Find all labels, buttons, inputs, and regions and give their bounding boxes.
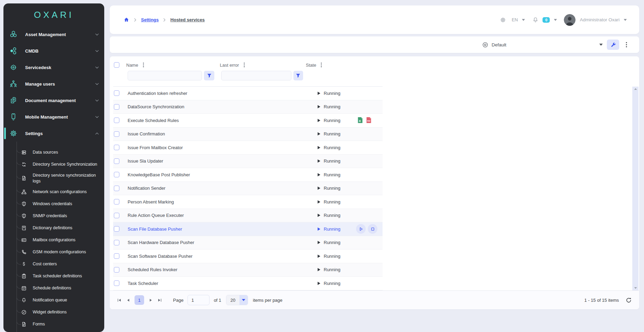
service-name[interactable]: Scan Software Database Pusher bbox=[124, 250, 217, 263]
last-error-filter-input[interactable] bbox=[221, 71, 291, 80]
table-row[interactable]: Notification Sender Running bbox=[113, 182, 383, 196]
sidebar-subitem-cost-centers[interactable]: Cost centers bbox=[3, 258, 104, 270]
service-name[interactable]: Rule Action Queue Executer bbox=[124, 209, 217, 222]
sidebar-subitem-dictionary-definitions[interactable]: Dictionary definitions bbox=[3, 222, 104, 234]
row-checkbox[interactable] bbox=[114, 118, 119, 123]
breadcrumb-current-link[interactable]: Hosted services bbox=[170, 17, 205, 22]
pdf-export-icon[interactable]: PDF bbox=[366, 117, 372, 123]
sidebar-subitem-widget-definitions[interactable]: Widget definitions bbox=[3, 306, 104, 318]
service-name[interactable]: Execute Scheduled Rules bbox=[124, 114, 217, 127]
stop-service-button[interactable] bbox=[368, 224, 377, 234]
language-label[interactable]: EN bbox=[512, 17, 518, 22]
row-checkbox[interactable] bbox=[114, 226, 119, 232]
service-name[interactable]: DataSource Synchronization bbox=[124, 100, 217, 114]
sidebar-item-document-management[interactable]: Document management bbox=[3, 92, 104, 109]
row-checkbox[interactable] bbox=[114, 186, 119, 191]
configure-columns-button[interactable] bbox=[607, 40, 619, 50]
sidebar-subitem-gsm-modem-configurations[interactable]: GSM modem configurations bbox=[3, 246, 104, 258]
sidebar-subitem-notification-queue[interactable]: Notification queue bbox=[3, 294, 104, 306]
previous-page-button[interactable] bbox=[124, 296, 132, 305]
sidebar-subitem-item[interactable] bbox=[3, 330, 104, 332]
last-page-button[interactable] bbox=[155, 296, 164, 305]
notification-caret-icon[interactable] bbox=[554, 19, 557, 21]
scroll-up-icon[interactable] bbox=[634, 88, 637, 90]
scroll-down-icon[interactable] bbox=[634, 287, 637, 289]
sidebar-item-asset-management[interactable]: Asset Management bbox=[3, 26, 104, 43]
service-name[interactable]: Issue From Mailbox Creator bbox=[124, 141, 217, 154]
excel-export-icon[interactable]: X bbox=[357, 117, 363, 123]
refresh-icon[interactable] bbox=[626, 297, 632, 303]
sidebar-subitem-mailbox-configurations[interactable]: Mailbox configurations bbox=[3, 234, 104, 246]
table-row[interactable]: Scan Hardware Database Pusher Running bbox=[113, 236, 383, 250]
sidebar-subitem-network-scan-configurations[interactable]: Network scan configurations bbox=[3, 186, 104, 198]
table-row[interactable]: KnowledgeBase Post Publisher Running bbox=[113, 168, 383, 182]
start-service-button[interactable] bbox=[356, 224, 366, 234]
table-row[interactable]: Issue Sla Updater Running bbox=[113, 155, 383, 168]
last-error-filter-button[interactable] bbox=[293, 71, 303, 80]
user-name[interactable]: Administrator Oxari bbox=[580, 17, 620, 22]
row-checkbox[interactable] bbox=[114, 145, 119, 150]
service-name[interactable]: Task Scheduler bbox=[124, 277, 217, 290]
column-header-state[interactable]: State bbox=[303, 63, 316, 68]
home-icon[interactable] bbox=[124, 17, 129, 23]
table-row[interactable]: DataSource Synchronization Running bbox=[113, 100, 383, 114]
service-name[interactable]: Scheduled Rules Invoker bbox=[124, 263, 217, 277]
table-row[interactable]: Scan Software Database Pusher Running bbox=[113, 250, 383, 263]
row-checkbox[interactable] bbox=[114, 280, 119, 286]
table-row[interactable]: Issue From Mailbox Creator Running bbox=[113, 141, 383, 155]
user-menu-caret-icon[interactable] bbox=[624, 19, 627, 21]
row-checkbox[interactable] bbox=[114, 158, 119, 164]
table-row[interactable]: Person Absent Marking Running bbox=[113, 195, 383, 209]
row-checkbox[interactable] bbox=[114, 131, 119, 137]
table-row[interactable]: Rule Action Queue Executer Running bbox=[113, 209, 383, 223]
sidebar-subitem-windows-credentials[interactable]: Windows credentials bbox=[3, 198, 104, 210]
name-column-menu-icon[interactable] bbox=[143, 63, 144, 67]
table-row[interactable]: Execute Scheduled Rules Running bbox=[113, 114, 383, 128]
service-name[interactable]: Scan Hardware Database Pusher bbox=[124, 236, 217, 250]
service-name[interactable]: Authentication token refresher bbox=[124, 87, 217, 100]
table-row[interactable]: Task Scheduler Running bbox=[113, 277, 383, 290]
state-column-menu-icon[interactable] bbox=[321, 63, 322, 67]
language-caret-icon[interactable] bbox=[522, 19, 525, 21]
last-error-column-menu-icon[interactable] bbox=[244, 63, 245, 67]
name-filter-input[interactable] bbox=[128, 71, 202, 80]
page-number-input[interactable] bbox=[187, 295, 210, 305]
sidebar-item-servicedesk[interactable]: Servicedesk bbox=[3, 59, 104, 76]
first-page-button[interactable] bbox=[115, 296, 124, 305]
row-checkbox[interactable] bbox=[114, 240, 119, 245]
sidebar-item-manage-users[interactable]: Manage users bbox=[3, 76, 104, 92]
column-header-last-error[interactable]: Last error bbox=[217, 63, 239, 68]
bell-icon[interactable] bbox=[533, 17, 538, 23]
sidebar-subitem-forms[interactable]: Forms bbox=[3, 318, 104, 330]
column-header-name[interactable]: Name bbox=[124, 63, 138, 68]
table-row[interactable]: Issue Confirmation Running bbox=[113, 128, 383, 141]
row-checkbox[interactable] bbox=[114, 172, 119, 177]
row-checkbox[interactable] bbox=[114, 104, 119, 110]
service-name[interactable]: Issue Sla Updater bbox=[124, 155, 217, 168]
row-checkbox[interactable] bbox=[114, 253, 119, 259]
sidebar-item-mobile-management[interactable]: Mobile Management bbox=[3, 109, 104, 125]
gear-icon[interactable] bbox=[500, 17, 506, 23]
sidebar-subitem-schedule-definitions[interactable]: Schedule definitions bbox=[3, 282, 104, 294]
toolbar-menu-button[interactable] bbox=[622, 40, 631, 49]
sidebar-subitem-directory-service-synchronization-logs[interactable]: Directory service synchronization logs bbox=[3, 170, 104, 186]
name-filter-button[interactable] bbox=[204, 71, 214, 80]
page-size-select[interactable]: 20 bbox=[226, 295, 248, 305]
sidebar-subitem-directory-service-synchronization[interactable]: Directory Service Synchronization bbox=[3, 158, 104, 170]
table-row[interactable]: Scheduled Rules Invoker Running bbox=[113, 263, 383, 277]
view-dropdown[interactable]: Default bbox=[482, 39, 603, 50]
service-name[interactable]: Person Absent Marking bbox=[124, 195, 217, 209]
sidebar-subitem-snmp-credentials[interactable]: SNMP credentials bbox=[3, 210, 104, 222]
avatar[interactable] bbox=[564, 14, 576, 26]
notification-badge[interactable]: 0 bbox=[543, 17, 550, 23]
row-checkbox[interactable] bbox=[114, 199, 119, 204]
service-name[interactable]: Scan File Database Pusher bbox=[124, 222, 217, 236]
table-row[interactable]: Scan File Database Pusher Running bbox=[113, 222, 383, 236]
current-page-button[interactable]: 1 bbox=[135, 295, 144, 305]
vertical-scrollbar[interactable] bbox=[632, 87, 638, 290]
row-checkbox[interactable] bbox=[114, 90, 119, 96]
next-page-button[interactable] bbox=[146, 296, 155, 305]
select-all-checkbox[interactable] bbox=[114, 62, 119, 68]
service-name[interactable]: KnowledgeBase Post Publisher bbox=[124, 168, 217, 181]
sidebar-item-cmdb[interactable]: CMDB bbox=[3, 43, 104, 59]
